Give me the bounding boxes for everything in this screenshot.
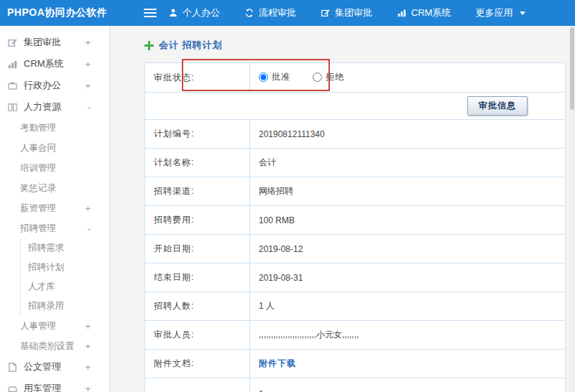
field-label: 招聘说明: (145, 378, 250, 392)
expand-toggle[interactable]: + (85, 322, 91, 331)
expand-toggle[interactable]: + (85, 38, 91, 47)
book-icon (7, 102, 18, 113)
briefcase-icon (7, 80, 18, 91)
nav-group-approval[interactable]: 集团审批 (321, 6, 372, 19)
expand-toggle[interactable]: + (85, 363, 91, 372)
field-value: 2019-08-31 (250, 263, 566, 292)
sidebar-item-crm[interactable]: CRM系统 + (0, 53, 109, 75)
sidebar-item-hr[interactable]: 人力资源 - (0, 96, 109, 118)
person-icon (168, 8, 178, 18)
field-label: 审批状态: (145, 63, 250, 93)
sidebar: 集团审批 + CRM系统 + 行政办公 + 人力资源 - 考勤管理 人事合同 培… (0, 26, 110, 392)
field-value: 1 人 (250, 292, 566, 321)
row-end-date: 结束日期: 2019-08-31 (145, 263, 566, 292)
recruitment-submenu: 招聘需求 招聘计划 人才库 招聘录用 (20, 238, 109, 316)
sidebar-item-base-category[interactable]: 基础类别设置 + (0, 336, 109, 356)
field-label: 计划名称: (145, 149, 250, 177)
page-title: 会计 招聘计划 (159, 39, 223, 52)
field-label: 计划编号: (145, 120, 250, 149)
edit-icon (321, 8, 331, 18)
approval-info-button[interactable]: 审批信息 (467, 96, 528, 116)
sidebar-item-recruit-demand[interactable]: 招聘需求 (21, 238, 109, 258)
chevron-down-icon (520, 11, 525, 15)
field-value: 20190812111340 (250, 120, 566, 149)
sidebar-item-attendance[interactable]: 考勤管理 (0, 118, 109, 138)
sidebar-item-admin-office[interactable]: 行政办公 + (0, 75, 109, 96)
field-label: 审批人员: (145, 321, 250, 350)
row-plan-number: 计划编号: 20190812111340 (145, 120, 566, 149)
field-label: 开始日期: (145, 235, 250, 263)
field-label: 招聘费用: (145, 206, 250, 235)
sidebar-item-recruitment[interactable]: 招聘管理 - (0, 218, 109, 238)
reject-radio-option[interactable]: 拒绝 (313, 71, 344, 83)
sidebar-item-group-approval[interactable]: 集团审批 + (0, 32, 109, 53)
sidebar-item-documents[interactable]: 公文管理 + (0, 356, 109, 378)
nav-more-apps[interactable]: 更多应用 (476, 6, 525, 19)
bar-chart-icon (397, 8, 407, 18)
add-icon[interactable] (144, 41, 154, 50)
vertical-scrollbar[interactable] (569, 26, 575, 392)
row-recruit-channel: 招聘渠道: 网络招聘 (145, 177, 566, 206)
row-approval-status: 审批状态: 批准 拒绝 (145, 63, 566, 93)
sidebar-item-recruit-plan[interactable]: 招聘计划 (21, 258, 109, 277)
approve-radio-option[interactable]: 批准 (259, 71, 290, 83)
expand-toggle[interactable]: + (85, 384, 91, 392)
field-value: 会计 (250, 149, 566, 177)
car-icon (7, 383, 18, 392)
expand-toggle[interactable]: + (85, 204, 91, 213)
field-label: 结束日期: (145, 263, 250, 292)
field-label: 附件文档: (145, 350, 250, 378)
process-cycle-icon (244, 8, 254, 18)
row-approvers: 审批人员: ,,,,,,,,,,,,,,,,,,,,,,,,小元女,,,,,,, (145, 321, 566, 350)
row-headcount: 招聘人数: 1 人 (145, 292, 566, 321)
sidebar-item-vehicle[interactable]: 用车管理 + (0, 378, 109, 392)
document-icon (7, 362, 18, 373)
sidebar-item-hr-contract[interactable]: 人事合同 (0, 138, 109, 158)
field-value: 网络招聘 (250, 177, 566, 206)
field-label: 招聘人数: (145, 292, 250, 321)
row-plan-name: 计划名称: 会计 (145, 149, 566, 177)
field-value: 100 RMB (250, 206, 566, 235)
app-title: PHPOA协同办公软件 (0, 6, 135, 19)
sidebar-item-training[interactable]: 培训管理 (0, 158, 109, 178)
row-approval-info: 审批信息 (145, 93, 566, 120)
field-value: 2019-08-12 (250, 235, 566, 263)
approve-radio[interactable] (259, 73, 268, 82)
collapse-toggle[interactable]: - (88, 103, 91, 112)
sidebar-item-talent-pool[interactable]: 人才库 (21, 277, 109, 297)
recruit-plan-detail: 审批状态: 批准 拒绝 审批信息 (144, 62, 566, 392)
attachment-download-link[interactable]: 附件下载 (259, 358, 296, 368)
edit-icon (7, 37, 18, 48)
nav-personal-office[interactable]: 个人办公 (168, 6, 220, 19)
field-value: 1 2 (250, 378, 566, 392)
page-header: 会计 招聘计划 (144, 39, 565, 52)
sidebar-item-recruit-hire[interactable]: 招聘录用 (21, 297, 109, 316)
expand-toggle[interactable]: + (85, 60, 91, 69)
nav-process-approval[interactable]: 流程审批 (244, 6, 296, 19)
main-content: 会计 招聘计划 审批状态: 批准 拒绝 (110, 26, 575, 392)
row-attachment: 附件文档: 附件下载 (145, 350, 566, 378)
topbar: PHPOA协同办公软件 个人办公 流程审批 集团审批 CRM系统 (0, 0, 575, 26)
menu-icon[interactable] (144, 9, 157, 17)
scrollbar-thumb[interactable] (570, 27, 574, 110)
field-label: 招聘渠道: (145, 177, 250, 206)
nav-crm-system[interactable]: CRM系统 (397, 6, 451, 19)
bar-chart-icon (7, 59, 18, 70)
field-value: ,,,,,,,,,,,,,,,,,,,,,,,,小元女,,,,,,, (250, 321, 566, 350)
expand-toggle[interactable]: + (85, 81, 91, 90)
row-start-date: 开始日期: 2019-08-12 (145, 235, 566, 263)
sidebar-item-rewards[interactable]: 奖惩记录 (0, 178, 109, 198)
collapse-toggle[interactable]: - (88, 224, 91, 233)
row-recruit-cost: 招聘费用: 100 RMB (145, 206, 566, 235)
sidebar-item-personnel[interactable]: 人事管理 + (0, 316, 109, 336)
reject-radio[interactable] (313, 73, 322, 82)
sidebar-item-salary[interactable]: 薪资管理 + (0, 198, 109, 218)
top-navigation: 个人办公 流程审批 集团审批 CRM系统 更多应用 (168, 6, 525, 19)
row-description: 招聘说明: 1 2 (145, 378, 566, 392)
expand-toggle[interactable]: + (85, 342, 91, 351)
